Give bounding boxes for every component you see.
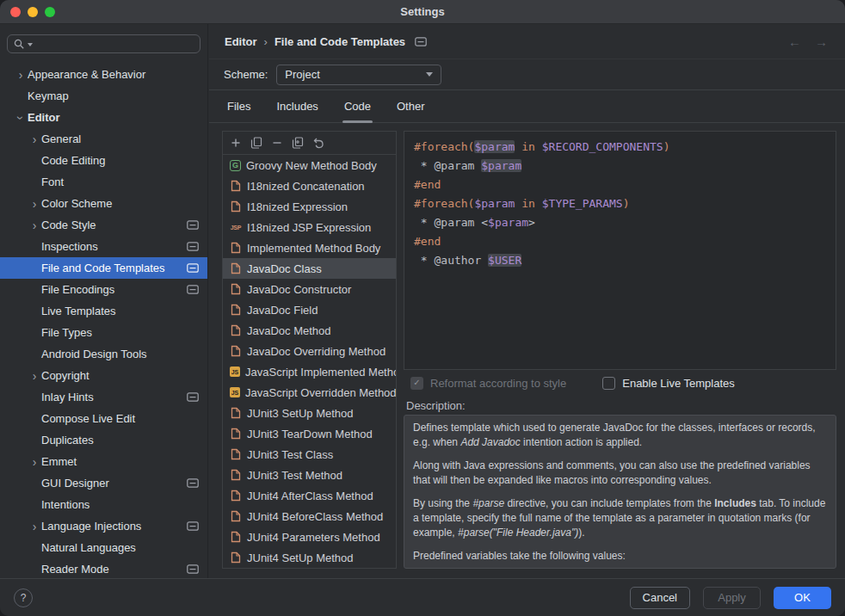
sidebar-item-live-templates[interactable]: Live Templates: [0, 300, 207, 322]
template-i18nized-expression[interactable]: I18nized Expression: [223, 196, 396, 217]
template-javadoc-class[interactable]: JavaDoc Class: [223, 258, 396, 279]
template-junit4-setup-method[interactable]: JUnit4 SetUp Method: [223, 547, 396, 568]
sidebar-item-emmet[interactable]: ›Emmet: [0, 451, 207, 472]
chevron-right-icon[interactable]: ›: [28, 219, 41, 232]
minimize-window-button[interactable]: [28, 7, 38, 17]
sidebar-item-general[interactable]: ›General: [0, 128, 207, 150]
enable-live-templates-label: Enable Live Templates: [622, 377, 735, 390]
tab-includes[interactable]: Includes: [274, 90, 319, 122]
settings-search-field[interactable]: [7, 34, 200, 53]
javascript-icon: JS: [230, 367, 240, 377]
sidebar-item-label: Keymap: [28, 89, 69, 102]
template-label: JUnit4 AfterClass Method: [247, 490, 373, 502]
template-javadoc-field[interactable]: JavaDoc Field: [223, 299, 396, 320]
sidebar-item-file-encodings[interactable]: File Encodings: [0, 279, 207, 300]
sidebar-item-appearance-behavior[interactable]: ›Appearance & Behavior: [0, 64, 207, 85]
tab-files[interactable]: Files: [225, 90, 252, 122]
template-code-editor[interactable]: #foreach($param in $RECORD_COMPONENTS) *…: [404, 131, 836, 370]
chevron-right-icon[interactable]: ›: [28, 132, 41, 146]
description-label: Description:: [404, 396, 836, 415]
template-javascript-overridden-method-body[interactable]: JSJavaScript Overridden Method Body: [223, 382, 396, 403]
chevron-right-icon[interactable]: ›: [28, 520, 41, 533]
chevron-down-icon[interactable]: ›: [14, 111, 28, 125]
sidebar-item-color-scheme[interactable]: ›Color Scheme: [0, 193, 207, 214]
tab-other[interactable]: Other: [395, 90, 427, 122]
javascript-icon: JS: [230, 387, 240, 397]
template-junit4-afterclass-method[interactable]: JUnit4 AfterClass Method: [223, 485, 396, 506]
remove-template-button[interactable]: [267, 133, 287, 152]
sidebar-item-inlay-hints[interactable]: Inlay Hints: [0, 386, 207, 408]
sidebar-item-intentions[interactable]: Intentions: [0, 494, 207, 515]
template-junit3-test-method[interactable]: JUnit3 Test Method: [223, 465, 396, 485]
sidebar-item-label: Language Injections: [41, 520, 141, 533]
file-template-icon: [230, 283, 242, 295]
template-junit4-parameters-method[interactable]: JUnit4 Parameters Method: [223, 527, 396, 547]
screen-icon: [187, 564, 199, 574]
code-line: * @param $param: [414, 157, 826, 176]
sidebar-item-label: Font: [41, 176, 64, 188]
scheme-dropdown[interactable]: Project: [276, 65, 441, 85]
template-junit3-teardown-method[interactable]: JUnit3 TearDown Method: [223, 423, 396, 444]
screen-icon: [187, 521, 199, 531]
copy-template-button[interactable]: [246, 133, 266, 152]
tab-code[interactable]: Code: [342, 90, 373, 122]
description-box[interactable]: Defines template which used to generate …: [404, 415, 836, 569]
sidebar-item-file-types[interactable]: File Types: [0, 322, 207, 343]
duplicate-template-button[interactable]: [287, 133, 307, 152]
help-button[interactable]: ?: [14, 588, 33, 607]
sidebar-item-copyright[interactable]: ›Copyright: [0, 365, 207, 386]
sidebar-item-natural-languages[interactable]: Natural Languages: [0, 537, 207, 558]
sidebar-item-label: Android Design Tools: [41, 348, 147, 360]
sidebar-item-gui-designer[interactable]: GUI Designer: [0, 472, 207, 494]
close-window-button[interactable]: [10, 7, 21, 17]
sidebar-item-duplicates[interactable]: Duplicates: [0, 429, 207, 451]
template-javadoc-method[interactable]: JavaDoc Method: [223, 320, 396, 341]
template-javadoc-overriding-method[interactable]: JavaDoc Overriding Method: [223, 341, 396, 361]
chevron-right-icon[interactable]: ›: [14, 68, 28, 82]
chevron-right-icon[interactable]: ›: [28, 455, 41, 469]
breadcrumb: Editor › File and Code Templates: [225, 35, 427, 48]
screen-icon: [187, 285, 199, 294]
reset-icon: [311, 136, 325, 150]
template-junit3-setup-method[interactable]: JUnit3 SetUp Method: [223, 403, 396, 423]
template-i18nized-jsp-expression[interactable]: JSPI18nized JSP Expression: [223, 217, 396, 237]
add-icon: [229, 136, 243, 150]
sidebar-item-android-design-tools[interactable]: Android Design Tools: [0, 343, 207, 365]
footer-buttons: Cancel Apply OK: [630, 587, 831, 609]
breadcrumb-root[interactable]: Editor: [225, 35, 257, 48]
template-groovy-new-method-body[interactable]: GGroovy New Method Body: [223, 155, 396, 176]
template-junit3-test-class[interactable]: JUnit3 Test Class: [223, 444, 396, 465]
template-javadoc-constructor[interactable]: JavaDoc Constructor: [223, 279, 396, 299]
template-label: Groovy New Method Body: [246, 159, 377, 172]
zoom-window-button[interactable]: [45, 7, 55, 17]
page-header: Editor › File and Code Templates ← →: [209, 24, 845, 59]
sidebar-item-label: Code Style: [41, 219, 96, 231]
sidebar-item-keymap[interactable]: Keymap: [0, 85, 207, 107]
enable-live-templates-checkbox[interactable]: [602, 377, 615, 390]
sidebar-item-font[interactable]: Font: [0, 171, 207, 193]
template-junit4-beforeclass-method[interactable]: JUnit4 BeforeClass Method: [223, 506, 396, 527]
sidebar-item-label: Reader Mode: [41, 563, 109, 576]
sidebar-item-code-editing[interactable]: Code Editing: [0, 150, 207, 171]
sidebar-item-language-injections[interactable]: ›Language Injections: [0, 515, 207, 537]
remove-icon: [270, 136, 284, 150]
template-i18nized-concatenation[interactable]: I18nized Concatenation: [223, 176, 396, 196]
add-template-button[interactable]: [225, 133, 245, 152]
screen-icon: [187, 478, 199, 488]
template-javascript-implemented-method-body[interactable]: JSJavaScript Implemented Method Body: [223, 361, 396, 382]
settings-search-input[interactable]: [39, 38, 194, 51]
sidebar-item-editor[interactable]: ›Editor: [0, 107, 207, 128]
sidebar-item-compose-live-edit[interactable]: Compose Live Edit: [0, 408, 207, 429]
ok-button[interactable]: OK: [774, 587, 831, 609]
template-implemented-method-body[interactable]: Implemented Method Body: [223, 237, 396, 258]
chevron-right-icon[interactable]: ›: [28, 197, 41, 211]
file-template-icon: [230, 448, 242, 460]
sidebar-item-code-style[interactable]: ›Code Style: [0, 214, 207, 236]
reset-template-button[interactable]: [308, 133, 328, 152]
sidebar-item-reader-mode[interactable]: Reader Mode: [0, 558, 207, 578]
sidebar-item-file-and-code-templates[interactable]: File and Code Templates: [0, 257, 207, 279]
chevron-right-icon[interactable]: ›: [28, 369, 41, 383]
description-paragraph: Along with Java expressions and comments…: [413, 459, 827, 488]
sidebar-item-inspections[interactable]: Inspections: [0, 236, 207, 257]
cancel-button[interactable]: Cancel: [630, 587, 690, 609]
